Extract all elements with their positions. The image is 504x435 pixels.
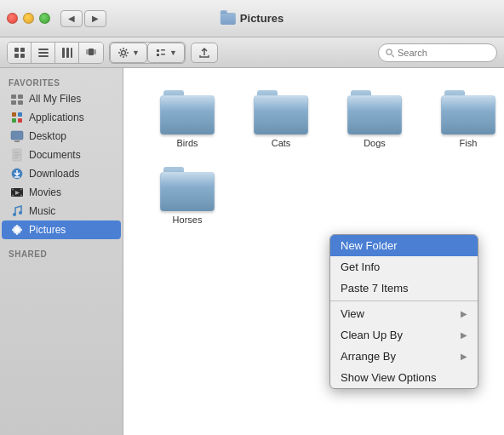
submenu-arrow: ▶ bbox=[461, 330, 467, 340]
maximize-button[interactable] bbox=[39, 13, 50, 24]
forward-button[interactable]: ▶ bbox=[84, 10, 106, 27]
svg-point-41 bbox=[13, 213, 16, 216]
folder-dogs[interactable]: Dogs bbox=[328, 85, 421, 153]
context-menu-new-folder[interactable]: New Folder bbox=[330, 235, 478, 256]
context-menu-view[interactable]: View ▶ bbox=[330, 303, 478, 324]
context-menu-get-info[interactable]: Get Info bbox=[330, 256, 478, 278]
svg-rect-7 bbox=[62, 48, 65, 58]
sidebar-item-label: All My Files bbox=[29, 93, 81, 105]
downloads-icon bbox=[10, 167, 24, 180]
svg-rect-25 bbox=[18, 112, 22, 117]
sidebar-item-documents[interactable]: Documents bbox=[2, 146, 121, 164]
sidebar-item-label: Downloads bbox=[29, 168, 79, 180]
back-button[interactable]: ◀ bbox=[60, 10, 83, 27]
folder-label: Dogs bbox=[364, 138, 386, 148]
svg-rect-24 bbox=[12, 112, 16, 117]
folder-icon bbox=[160, 167, 215, 211]
gear-button[interactable]: ▼ bbox=[110, 43, 147, 63]
main-layout: FAVORITES All My Files bbox=[0, 68, 504, 435]
sidebar: FAVORITES All My Files bbox=[0, 68, 123, 435]
list-view-button[interactable] bbox=[32, 43, 55, 63]
folder-label: Cats bbox=[272, 138, 291, 148]
svg-rect-2 bbox=[14, 54, 19, 58]
svg-rect-3 bbox=[20, 54, 25, 58]
search-input[interactable] bbox=[398, 48, 483, 58]
folder-label: Fish bbox=[460, 138, 478, 148]
folder-horses[interactable]: Horses bbox=[140, 162, 234, 230]
sidebar-item-downloads[interactable]: Downloads bbox=[2, 164, 121, 183]
context-menu: New Folder Get Info Paste 7 Items View ▶… bbox=[329, 234, 478, 389]
svg-rect-28 bbox=[11, 131, 23, 140]
svg-point-38 bbox=[20, 189, 22, 191]
cm-item-label: Paste 7 Items bbox=[341, 282, 408, 295]
svg-rect-11 bbox=[86, 49, 89, 54]
context-menu-separator bbox=[330, 300, 478, 301]
svg-rect-20 bbox=[11, 94, 16, 99]
svg-rect-0 bbox=[14, 48, 19, 52]
context-menu-show-view-options[interactable]: Show View Options bbox=[330, 367, 478, 388]
svg-rect-12 bbox=[94, 49, 96, 54]
desktop-icon bbox=[10, 129, 24, 143]
sidebar-item-applications[interactable]: Applications bbox=[2, 108, 121, 127]
folder-label: Birds bbox=[176, 138, 198, 148]
svg-point-45 bbox=[16, 229, 18, 231]
svg-line-19 bbox=[392, 54, 394, 57]
svg-rect-9 bbox=[71, 48, 72, 58]
svg-point-18 bbox=[387, 49, 392, 54]
minimize-button[interactable] bbox=[23, 13, 34, 24]
folder-label: Horses bbox=[173, 215, 203, 225]
sidebar-item-label: Movies bbox=[29, 186, 61, 198]
svg-point-39 bbox=[12, 195, 14, 197]
arrange-button[interactable]: ▼ bbox=[147, 43, 185, 63]
documents-icon bbox=[10, 148, 24, 162]
shared-label: SHARED bbox=[0, 246, 123, 260]
svg-rect-4 bbox=[38, 49, 49, 50]
content-area: Birds Cats Dogs bbox=[123, 68, 504, 435]
traffic-lights bbox=[7, 13, 50, 24]
close-button[interactable] bbox=[7, 13, 18, 24]
svg-rect-29 bbox=[14, 140, 20, 142]
title-folder-icon bbox=[220, 13, 236, 25]
title-bar: ◀ ▶ Pictures bbox=[0, 0, 504, 37]
folder-cats[interactable]: Cats bbox=[234, 85, 328, 153]
search-box[interactable] bbox=[378, 43, 497, 62]
svg-rect-27 bbox=[18, 118, 22, 123]
folder-icon bbox=[254, 90, 308, 135]
svg-rect-14 bbox=[157, 49, 159, 52]
context-menu-arrange-by[interactable]: Arrange By ▶ bbox=[330, 346, 478, 367]
favorites-label: FAVORITES bbox=[0, 75, 123, 89]
svg-rect-8 bbox=[66, 48, 69, 58]
svg-rect-22 bbox=[11, 100, 16, 105]
svg-rect-5 bbox=[38, 52, 49, 54]
applications-icon bbox=[10, 111, 24, 124]
svg-point-42 bbox=[19, 211, 22, 215]
sidebar-item-movies[interactable]: Movies bbox=[2, 183, 121, 202]
cm-item-label: Get Info bbox=[341, 260, 380, 273]
sidebar-item-label: Music bbox=[29, 205, 55, 217]
coverflow-view-button[interactable] bbox=[79, 43, 103, 63]
toolbar: ▼ ▼ bbox=[0, 37, 504, 68]
column-view-button[interactable] bbox=[55, 43, 79, 63]
sidebar-item-pictures[interactable]: Pictures bbox=[2, 220, 121, 239]
share-button[interactable] bbox=[191, 43, 218, 63]
music-icon bbox=[10, 204, 24, 218]
icon-view-button[interactable] bbox=[8, 43, 32, 63]
sidebar-item-desktop[interactable]: Desktop bbox=[2, 127, 121, 146]
svg-point-40 bbox=[20, 195, 22, 197]
folder-fish[interactable]: Fish bbox=[421, 85, 504, 153]
context-menu-paste-items[interactable]: Paste 7 Items bbox=[330, 278, 478, 299]
svg-rect-17 bbox=[161, 54, 165, 55]
folder-birds[interactable]: Birds bbox=[140, 85, 234, 153]
svg-point-48 bbox=[12, 229, 14, 231]
submenu-arrow: ▶ bbox=[461, 309, 467, 318]
sidebar-item-all-my-files[interactable]: All My Files bbox=[2, 89, 121, 108]
sidebar-item-music[interactable]: Music bbox=[2, 202, 121, 220]
movies-icon bbox=[10, 186, 24, 199]
folder-grid: Birds Cats Dogs bbox=[140, 85, 487, 230]
window-title: Pictures bbox=[240, 12, 284, 25]
svg-rect-21 bbox=[18, 94, 23, 99]
submenu-arrow: ▶ bbox=[461, 352, 467, 361]
folder-icon bbox=[160, 90, 215, 135]
context-menu-clean-up-by[interactable]: Clean Up By ▶ bbox=[330, 324, 478, 346]
nav-buttons: ◀ ▶ bbox=[60, 10, 106, 27]
